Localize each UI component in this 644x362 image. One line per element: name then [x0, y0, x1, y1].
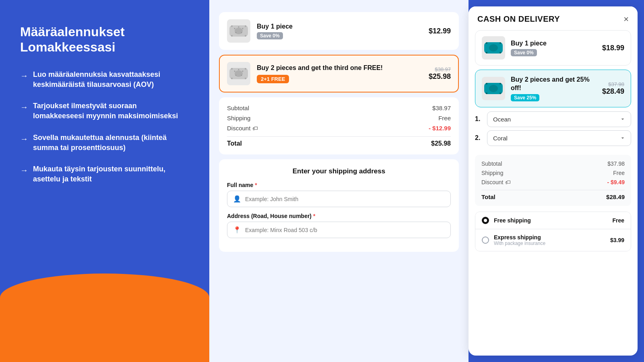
- right-price-current-1: $18.99: [602, 44, 624, 52]
- svg-point-1: [235, 28, 243, 34]
- right-panel: CASH ON DELIVERY × Buy 1 piece Save 0% $…: [469, 6, 638, 356]
- right-summary-discount: Discount 🏷 - $9.49: [481, 179, 625, 185]
- right-product-info-2: Buy 2 pieces and get 25% off! Save 25%: [511, 76, 597, 101]
- orange-bg-shape: [0, 274, 209, 362]
- svg-point-17: [234, 71, 235, 72]
- svg-point-31: [500, 83, 501, 84]
- svg-point-33: [500, 93, 501, 94]
- radio-free-shipping[interactable]: [482, 217, 489, 224]
- name-input-wrap[interactable]: 👤: [227, 191, 451, 207]
- right-price-original-2: $37.98: [608, 81, 624, 87]
- svg-point-24: [486, 42, 487, 44]
- right-save-badge-2: Save 25%: [511, 94, 539, 101]
- dropdown-section: 1. Ocean Coral Navy Forest 2. Ocean Cora…: [469, 111, 638, 149]
- product-card-2[interactable]: Buy 2 pieces and get the third one FREE!…: [219, 55, 459, 93]
- svg-point-26: [486, 52, 487, 53]
- arrow-icon-1: →: [20, 70, 28, 81]
- dropdown-row-2: 2. Ocean Coral Navy Forest: [475, 130, 631, 146]
- product-card-1[interactable]: Buy 1 piece Save 0% $12.99: [219, 12, 459, 50]
- svg-point-19: [242, 71, 244, 72]
- left-item-2: → Tarjoukset ilmestyvät suoraan lomakkee…: [20, 101, 189, 121]
- right-product-title-2: Buy 2 pieces and get 25% off!: [511, 76, 597, 93]
- right-price-current-2: $28.49: [602, 87, 624, 96]
- shipping-option-express[interactable]: Express shipping With package insurance …: [475, 229, 631, 251]
- location-icon: 📍: [233, 226, 241, 234]
- dropdown-select-2[interactable]: Ocean Coral Navy Forest: [487, 130, 631, 146]
- discount-tag-icon: 🏷: [252, 125, 258, 132]
- left-panel: Määräalennukset Lomakkeessasi → Luo määr…: [0, 0, 209, 362]
- product-title-1: Buy 1 piece: [257, 23, 422, 31]
- summary-shipping: Shipping Free: [227, 115, 451, 121]
- right-panel-title: CASH ON DELIVERY: [477, 14, 560, 24]
- shipping-option-free[interactable]: Free shipping Free: [475, 212, 631, 229]
- svg-point-15: [231, 78, 233, 79]
- svg-point-5: [245, 35, 246, 37]
- svg-point-23: [489, 44, 498, 51]
- dropdown-num-2: 2.: [475, 134, 483, 142]
- svg-point-10: [241, 32, 242, 33]
- product-info-2: Buy 2 pieces and get the third one FREE!…: [257, 64, 422, 83]
- summary-discount: Discount 🏷 - $12.99: [227, 125, 451, 132]
- shipping-sub-express: With package insurance: [494, 241, 605, 246]
- form-title: Enter your shipping address: [227, 167, 451, 175]
- shipping-name-free: Free shipping: [494, 217, 607, 224]
- left-item-4: → Mukauta täysin tarjousten suunnittelu,…: [20, 164, 189, 184]
- left-items-list: → Luo määräalennuksia kasvattaaksesi kes…: [20, 70, 189, 185]
- radio-express-shipping[interactable]: [482, 237, 489, 244]
- svg-point-21: [241, 75, 242, 76]
- price-current-2: $25.98: [429, 72, 451, 81]
- left-item-1: → Luo määräalennuksia kasvattaaksesi kes…: [20, 70, 189, 90]
- center-panel: Buy 1 piece Save 0% $12.99 Bu: [209, 0, 469, 362]
- address-input-wrap[interactable]: 📍: [227, 222, 451, 238]
- address-field-wrap: Address (Road, House number) * 📍: [227, 213, 451, 238]
- svg-point-32: [486, 93, 487, 94]
- right-summary-subtotal: Subtotal $37.98: [481, 160, 625, 167]
- product-thumb-2: [227, 62, 250, 85]
- left-item-3: → Sovella mukautettua alennusta (kiinteä…: [20, 133, 189, 153]
- right-order-summary: Subtotal $37.98 Shipping Free Discount 🏷…: [475, 155, 631, 206]
- shipping-name-express: Express shipping: [494, 234, 605, 241]
- svg-point-27: [500, 52, 501, 53]
- product-title-2: Buy 2 pieces and get the third one FREE!: [257, 64, 422, 72]
- save-badge-1: Save 0%: [257, 32, 283, 39]
- svg-point-9: [235, 32, 237, 33]
- shipping-options: Free shipping Free Express shipping With…: [475, 212, 631, 251]
- shipping-info-free: Free shipping: [494, 217, 607, 224]
- right-product-thumb-1: [482, 36, 505, 60]
- product-info-1: Buy 1 piece Save 0%: [257, 23, 422, 40]
- right-discount-tag-icon: 🏷: [505, 179, 511, 185]
- name-label: Full name *: [227, 182, 451, 188]
- arrow-icon-4: →: [20, 165, 28, 176]
- close-button[interactable]: ×: [623, 15, 629, 24]
- price-current-1: $12.99: [429, 27, 451, 35]
- radio-dot: [484, 219, 487, 222]
- order-summary: Subtotal $38.97 Shipping Free Discount 🏷…: [219, 97, 459, 154]
- svg-point-25: [500, 42, 501, 44]
- right-product-title-1: Buy 1 piece: [511, 39, 597, 48]
- promo-badge-2plus1: 2+1 FREE: [257, 75, 289, 83]
- product-price-2: $38.97 $25.98: [429, 66, 451, 81]
- svg-point-3: [245, 25, 246, 27]
- svg-point-30: [486, 83, 487, 84]
- right-summary-total: Total $28.49: [481, 190, 625, 200]
- person-icon: 👤: [233, 195, 241, 203]
- left-title: Määräalennukset Lomakkeessasi: [20, 24, 189, 55]
- shipping-form: Enter your shipping address Full name * …: [219, 159, 459, 252]
- dropdown-select-1[interactable]: Ocean Coral Navy Forest: [487, 111, 631, 127]
- svg-point-12: [235, 70, 243, 77]
- svg-point-18: [238, 69, 239, 70]
- name-field-wrap: Full name * 👤: [227, 182, 451, 207]
- right-header: CASH ON DELIVERY ×: [469, 6, 638, 30]
- right-product-thumb-2: [482, 77, 505, 100]
- right-product-card-2[interactable]: Buy 2 pieces and get 25% off! Save 25% $…: [475, 70, 631, 107]
- summary-subtotal: Subtotal $38.97: [227, 105, 451, 111]
- shipping-info-express: Express shipping With package insurance: [494, 234, 605, 246]
- right-product-info-1: Buy 1 piece Save 0%: [511, 39, 597, 57]
- address-input[interactable]: [245, 227, 445, 233]
- svg-point-6: [234, 28, 235, 29]
- right-product-card-1[interactable]: Buy 1 piece Save 0% $18.99: [475, 30, 631, 66]
- product-thumb-1: [227, 19, 250, 43]
- name-input[interactable]: [245, 196, 445, 202]
- shipping-price-free: Free: [612, 217, 624, 224]
- svg-point-14: [245, 68, 246, 70]
